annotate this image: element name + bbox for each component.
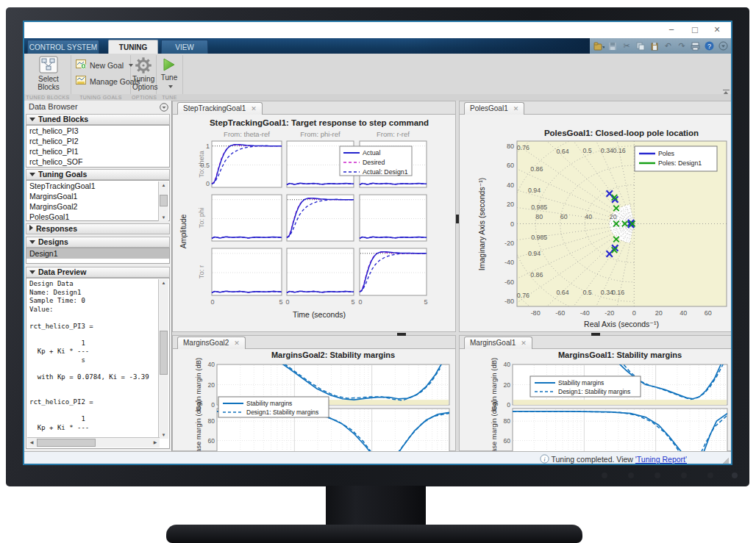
scrollbar-thumb[interactable]: [37, 439, 96, 447]
data-preview-section-header[interactable]: Data Preview: [26, 267, 170, 278]
list-item[interactable]: StepTrackingGoal1: [26, 181, 169, 191]
close-tab-icon[interactable]: ✕: [234, 339, 240, 347]
data-browser-title: Data Browser: [29, 102, 78, 111]
paste-icon[interactable]: [649, 40, 660, 51]
resize-grip[interactable]: [723, 458, 729, 464]
svg-text:Desired: Desired: [363, 159, 385, 166]
svg-text:0.5: 0.5: [200, 162, 210, 169]
tuning-report-link[interactable]: 'Tuning Report': [635, 455, 687, 464]
svg-text:Stability margins: Stability margins: [246, 400, 292, 407]
collapse-icon: [29, 270, 35, 274]
tuning-goals-section-header[interactable]: Tuning Goals: [26, 169, 170, 180]
margins1-chart: MarginsGoal1: Stability margins020406080…: [460, 348, 732, 453]
list-item[interactable]: MarginsGoal1: [26, 191, 169, 201]
undo-icon[interactable]: ↶: [663, 40, 674, 51]
svg-text:-40: -40: [504, 259, 514, 266]
print-icon[interactable]: [690, 40, 701, 51]
tab-tuning[interactable]: TUNING: [108, 40, 158, 54]
new-goal-icon: [76, 60, 87, 71]
monitor-button[interactable]: [681, 472, 687, 478]
help-icon[interactable]: ?: [704, 40, 715, 51]
scrollbar-thumb[interactable]: [160, 195, 168, 206]
monitor-power-button[interactable]: [732, 472, 738, 478]
select-blocks-button[interactable]: Select Blocks: [29, 56, 68, 91]
list-item[interactable]: MarginsGoal2: [26, 201, 169, 212]
new-goal-button[interactable]: New Goal: [76, 60, 133, 71]
responses-section-header[interactable]: Responses: [26, 223, 170, 234]
open-session-icon[interactable]: [593, 40, 605, 51]
scroll-down-icon[interactable]: ▼: [159, 214, 168, 221]
svg-text:40: 40: [208, 361, 215, 368]
scrollbar-vertical[interactable]: ▲ ▼: [158, 279, 168, 439]
tab-steptrackinggoal1[interactable]: StepTrackingGoal1✕: [177, 102, 263, 115]
list-item-selected[interactable]: Design1: [26, 248, 169, 259]
scroll-down-icon[interactable]: ▼: [159, 431, 168, 439]
svg-text:0.64: 0.64: [556, 148, 568, 155]
close-button[interactable]: ×: [707, 24, 727, 37]
tuning-options-button[interactable]: Tuning Options: [132, 57, 154, 91]
splitter-handle[interactable]: [456, 215, 459, 223]
splitter-handle[interactable]: [397, 333, 406, 336]
tuned-blocks-section-header[interactable]: Tuned Blocks: [26, 114, 170, 125]
tab-marginsgoal2[interactable]: MarginsGoal2✕: [177, 337, 246, 349]
monitor-button[interactable]: [655, 472, 660, 478]
tab-view[interactable]: VIEW: [161, 40, 208, 54]
data-preview-box: Design Data Name: Design1 Sample Time: 0…: [26, 278, 170, 449]
svg-text:0.94: 0.94: [528, 187, 541, 194]
list-item[interactable]: rct_helico_PI1: [26, 146, 169, 157]
status-message: Tuning completed. View: [551, 455, 632, 464]
section-label: TUNE: [157, 94, 182, 101]
select-blocks-icon: [39, 67, 58, 75]
svg-text:0: 0: [285, 298, 289, 306]
svg-text:-40: -40: [580, 309, 590, 317]
close-tab-icon[interactable]: ✕: [521, 339, 527, 347]
scrollbar-vertical[interactable]: ▲ ▼: [158, 181, 168, 221]
svg-text:20: 20: [655, 309, 663, 317]
tabbar-shade: [407, 38, 598, 54]
cut-icon[interactable]: ✂: [621, 40, 632, 51]
list-item[interactable]: PolesGoal1: [26, 212, 169, 222]
splitter-handle[interactable]: [591, 333, 600, 336]
redo-icon[interactable]: ↷: [677, 40, 688, 51]
margins2-panel: MarginsGoal2✕ MarginsGoal2: Stability ma…: [172, 335, 456, 451]
scrollbar-thumb[interactable]: [160, 331, 168, 375]
tab-marginsgoal1[interactable]: MarginsGoal1✕: [464, 337, 532, 349]
svg-text:40: 40: [504, 361, 511, 368]
close-tab-icon[interactable]: ✕: [513, 105, 519, 112]
close-tab-icon[interactable]: ✕: [251, 105, 257, 112]
svg-text:0: 0: [510, 220, 514, 228]
manage-goals-button[interactable]: Manage Goals: [76, 76, 140, 87]
scroll-left-icon[interactable]: ◀: [29, 438, 35, 447]
scroll-up-icon[interactable]: ▲: [159, 181, 168, 189]
data-browser-menu-icon[interactable]: [160, 103, 168, 113]
margins2-chart: MarginsGoal2: Stability margins020406080…: [173, 348, 457, 453]
svg-text:0.5: 0.5: [582, 147, 591, 154]
group-separator: [71, 55, 71, 99]
info-icon: i: [540, 454, 549, 464]
svg-text:-20: -20: [504, 240, 514, 247]
monitor-button[interactable]: [628, 472, 634, 478]
svg-text:5: 5: [279, 298, 282, 306]
scroll-right-icon[interactable]: ▶: [152, 438, 158, 447]
tab-polesgoal1[interactable]: PolesGoal1✕: [464, 102, 524, 115]
list-item[interactable]: rct_helico_SOF: [26, 157, 169, 167]
svg-text:0.985: 0.985: [531, 234, 547, 241]
svg-text:40: 40: [507, 181, 514, 189]
toolbar-more-icon[interactable]: [718, 40, 729, 51]
maximize-button[interactable]: □: [685, 24, 705, 37]
save-icon[interactable]: [607, 40, 618, 51]
list-item[interactable]: rct_helico_PI2: [26, 136, 169, 146]
tab-control-system[interactable]: CONTROL SYSTEM: [27, 40, 99, 54]
copy-icon[interactable]: [635, 40, 646, 51]
monitor-button[interactable]: [602, 472, 607, 478]
list-item[interactable]: rct_helico_PI3: [26, 126, 169, 136]
status-message-row: i Tuning completed. View 'Tuning Report': [540, 454, 687, 464]
designs-section-header[interactable]: Designs: [26, 237, 170, 248]
tune-button[interactable]: Tune: [159, 57, 179, 90]
scroll-up-icon[interactable]: ▲: [159, 279, 168, 287]
tune-play-icon: [162, 65, 176, 73]
monitor-button[interactable]: [707, 472, 713, 478]
scrollbar-horizontal[interactable]: ◀ ▶: [27, 437, 160, 447]
svg-text:Design1: Stability margins: Design1: Stability margins: [558, 388, 630, 395]
minimize-button[interactable]: −: [662, 24, 681, 37]
